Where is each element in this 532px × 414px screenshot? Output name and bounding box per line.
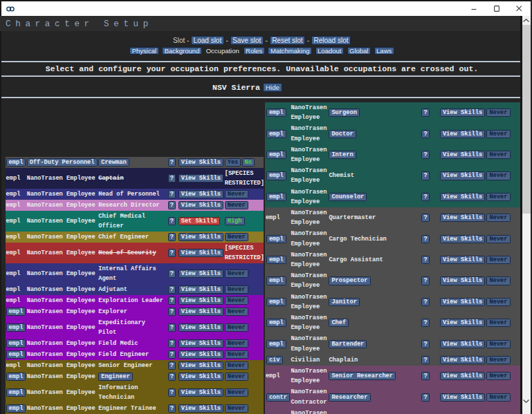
help-button[interactable]: ? xyxy=(168,201,176,209)
help-button[interactable]: ? xyxy=(168,249,176,257)
pref-never-button[interactable]: Never xyxy=(225,373,248,381)
pref-never-button[interactable]: Never xyxy=(225,388,248,397)
view-skills-button[interactable]: View Skills xyxy=(178,233,223,241)
help-button[interactable]: ? xyxy=(421,372,429,380)
view-skills-button[interactable]: View Skills xyxy=(178,361,223,370)
pref-never-button[interactable]: Never xyxy=(486,214,510,222)
job-name-button[interactable]: Chef xyxy=(329,319,349,327)
dept-empl-button[interactable]: empl xyxy=(6,388,26,397)
set-skills-button[interactable]: Set Skills xyxy=(178,217,220,225)
dept-empl-button[interactable]: empl xyxy=(6,158,26,167)
help-button[interactable]: ? xyxy=(421,151,429,159)
pref-never-button[interactable]: Never xyxy=(225,201,248,209)
help-button[interactable]: ? xyxy=(421,193,429,201)
help-button[interactable]: ? xyxy=(168,323,176,332)
pref-never-button[interactable]: Never xyxy=(225,233,248,241)
view-skills-button[interactable]: View Skills xyxy=(440,130,485,138)
dept-empl-button[interactable]: empl xyxy=(266,340,286,348)
dept-empl-button[interactable]: empl xyxy=(266,235,286,243)
job-name-button[interactable]: Senior Researcher xyxy=(329,372,396,380)
pref-never-button[interactable]: Never xyxy=(225,270,248,278)
maximize-button[interactable] xyxy=(485,1,508,16)
view-skills-button[interactable]: View Skills xyxy=(178,201,223,209)
view-skills-button[interactable]: View Skills xyxy=(440,319,485,327)
view-skills-button[interactable]: View Skills xyxy=(178,297,223,305)
pref-never-button[interactable]: Never xyxy=(486,319,510,327)
pref-never-button[interactable]: Never xyxy=(225,350,248,359)
pref-never-button[interactable]: Never xyxy=(486,356,510,364)
help-button[interactable]: ? xyxy=(421,319,429,327)
view-skills-button[interactable]: View Skills xyxy=(440,298,485,306)
view-skills-button[interactable]: View Skills xyxy=(440,356,485,364)
job-name-button[interactable]: Janitor xyxy=(329,298,360,306)
pref-never-button[interactable]: Never xyxy=(486,235,510,243)
pref-never-button[interactable]: Never xyxy=(225,297,248,305)
view-skills-button[interactable]: View Skills xyxy=(178,339,223,348)
help-button[interactable]: ? xyxy=(168,361,176,370)
view-skills-button[interactable]: View Skills xyxy=(178,388,223,397)
dept-empl-button[interactable]: empl xyxy=(266,151,286,159)
scroll-down-button[interactable] xyxy=(522,395,531,407)
pref-never-button[interactable]: Never xyxy=(486,276,510,285)
view-skills-button[interactable]: View Skills xyxy=(178,174,223,182)
view-skills-button[interactable]: View Skills xyxy=(178,270,223,278)
tab-roles[interactable]: Roles xyxy=(244,47,265,55)
help-button[interactable]: ? xyxy=(168,297,176,305)
view-skills-button[interactable]: View Skills xyxy=(178,373,223,381)
tab-laws[interactable]: Laws xyxy=(374,47,394,55)
tab-matchmaking[interactable]: Matchmaking xyxy=(268,47,312,55)
view-skills-button[interactable]: View Skills xyxy=(440,151,485,159)
job-name-button[interactable]: Prospector xyxy=(329,276,370,285)
view-skills-button[interactable]: View Skills xyxy=(178,404,223,413)
pref-never-button[interactable]: Never xyxy=(486,256,510,264)
dept-empl-button[interactable]: empl xyxy=(6,373,26,381)
dept-empl-button[interactable]: empl xyxy=(6,404,26,413)
help-button[interactable]: ? xyxy=(168,404,176,413)
pref-never-button[interactable]: Never xyxy=(225,285,248,294)
help-button[interactable]: ? xyxy=(168,285,176,294)
pref-high-button[interactable]: High xyxy=(225,217,245,225)
pref-never-button[interactable]: Never xyxy=(225,323,248,332)
pref-never-button[interactable]: Never xyxy=(225,361,248,370)
job-name-button[interactable]: Crewman xyxy=(98,158,129,167)
pref-never-button[interactable]: Never xyxy=(486,340,510,348)
dept-civ-button[interactable]: civ xyxy=(266,356,283,364)
dept-empl-button[interactable]: empl xyxy=(266,256,286,264)
view-skills-button[interactable]: View Skills xyxy=(440,372,485,380)
job-name-button[interactable]: Engineer xyxy=(98,373,133,381)
help-button[interactable]: ? xyxy=(421,109,429,117)
pref-never-button[interactable]: Never xyxy=(486,109,510,117)
job-name-button[interactable]: Researcher xyxy=(329,393,370,402)
help-button[interactable]: ? xyxy=(168,270,176,278)
dept-empl-button[interactable]: empl xyxy=(266,109,286,117)
view-skills-button[interactable]: View Skills xyxy=(178,350,223,359)
pref-yes-button[interactable]: Yes xyxy=(225,158,241,167)
help-button[interactable]: ? xyxy=(168,388,176,397)
employer-button[interactable]: Off-Duty Personnel xyxy=(27,158,98,167)
help-button[interactable]: ? xyxy=(421,171,429,180)
tab-loadout[interactable]: Loadout xyxy=(315,47,344,55)
minimize-button[interactable] xyxy=(462,1,485,16)
tab-physical[interactable]: Physical xyxy=(129,47,158,55)
help-button[interactable]: ? xyxy=(168,350,176,359)
reset-slot-button[interactable]: Reset slot xyxy=(270,36,305,46)
job-name-button[interactable]: Counselor xyxy=(329,193,367,201)
view-skills-button[interactable]: View Skills xyxy=(440,393,485,402)
help-button[interactable]: ? xyxy=(421,276,429,285)
help-button[interactable]: ? xyxy=(168,308,176,316)
help-button[interactable]: ? xyxy=(168,190,176,198)
pref-never-button[interactable]: Never xyxy=(225,339,248,348)
tab-background[interactable]: Background xyxy=(162,47,202,55)
view-skills-button[interactable]: View Skills xyxy=(178,323,223,332)
view-skills-button[interactable]: View Skills xyxy=(440,171,485,180)
view-skills-button[interactable]: View Skills xyxy=(178,285,223,294)
scroll-up-button[interactable] xyxy=(522,16,531,25)
tab-global[interactable]: Global xyxy=(347,47,371,55)
dept-empl-button[interactable]: empl xyxy=(6,308,26,316)
help-button[interactable]: ? xyxy=(168,174,176,182)
help-button[interactable]: ? xyxy=(168,339,176,348)
hide-station-button[interactable]: Hide xyxy=(263,83,283,93)
help-button[interactable]: ? xyxy=(421,235,429,243)
dept-empl-button[interactable]: empl xyxy=(6,339,26,348)
help-button[interactable]: ? xyxy=(421,393,429,402)
